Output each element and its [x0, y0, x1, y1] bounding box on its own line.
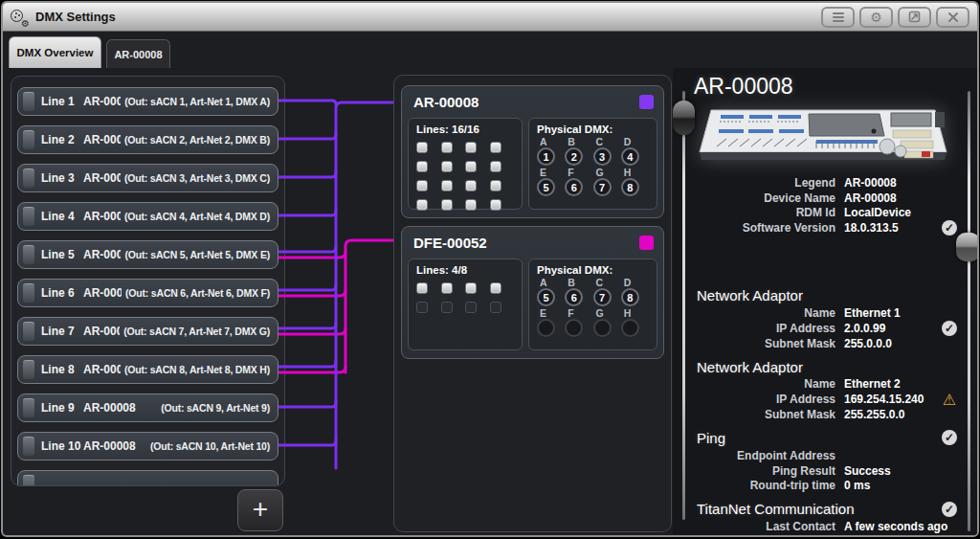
line-drag-handle[interactable]	[23, 360, 34, 379]
node-header: AR-00008	[402, 86, 663, 116]
line-drag-handle[interactable]	[23, 398, 34, 417]
resize-button[interactable]	[898, 7, 931, 28]
detail-row: Last ContactA few seconds ago	[673, 519, 979, 534]
menu-button[interactable]	[821, 7, 855, 28]
line-drag-handle[interactable]	[23, 437, 34, 456]
dmx-line-row[interactable]: Line 5 AR-00008 (Out: sACN 5, Art-Net 5,…	[17, 240, 278, 269]
status-warning-icon: ⚠	[942, 392, 957, 407]
node-physical-dmx-box: Physical DMX: ABCD1234EFGH5678	[528, 118, 657, 210]
line-led-on	[465, 180, 477, 191]
detail-row: NameEthernet 1	[673, 305, 979, 321]
tab-ar-00008[interactable]: AR-00008	[106, 39, 170, 68]
close-icon	[947, 11, 959, 23]
detail-row: Subnet Mask255.255.0.0	[673, 407, 979, 422]
line-output-info: (Out: sACN 3, Art-Net 3, DMX C)	[124, 172, 270, 184]
settings-button[interactable]: ⚙	[859, 7, 893, 28]
dmx-line-row[interactable]: Line 8 AR-00008 (Out: sACN 8, Art-Net 8,…	[17, 355, 278, 384]
dmx-port[interactable]: 1	[537, 147, 555, 166]
detail-label: Last Contact	[673, 520, 835, 533]
detail-row: NameEthernet 2	[673, 377, 979, 393]
section-title: Ping	[697, 430, 725, 446]
detail-row: RDM IdLocalDevice	[673, 206, 979, 221]
detail-row: LegendAR-00008	[673, 175, 979, 191]
dmx-line-row[interactable]	[17, 470, 278, 486]
dmx-line-row[interactable]: Line 10 AR-00008 (Out: sACN 10, Art-Net …	[17, 432, 278, 460]
dmx-port[interactable]	[593, 319, 612, 337]
dmx-port[interactable]: 7	[593, 288, 612, 306]
line-label: Line 2	[41, 133, 83, 146]
close-button[interactable]	[936, 7, 969, 28]
dmx-port[interactable]: 8	[621, 178, 639, 196]
line-drag-handle[interactable]	[23, 475, 34, 486]
node-lines-label: Lines: 4/8	[416, 264, 514, 276]
dmx-port[interactable]: 3	[593, 147, 612, 166]
line-label: Line 5	[41, 248, 83, 261]
detail-value: 255.255.0.0	[844, 408, 904, 421]
node-card[interactable]: DFE-00052 Lines: 4/8 Physical DMX: ABCD5…	[401, 226, 664, 359]
dmx-line-row[interactable]: Line 4 AR-00008 (Out: sACN 4, Art-Net 4,…	[17, 202, 278, 231]
detail-value: 2.0.0.99	[844, 322, 885, 335]
detail-value: LocalDevice	[844, 206, 911, 219]
dmx-port[interactable]: 6	[565, 178, 583, 196]
line-drag-handle[interactable]	[23, 168, 34, 188]
line-device-name: AR-00008	[83, 248, 121, 261]
dmx-port[interactable]	[621, 319, 639, 337]
dmx-line-row[interactable]: Line 9 AR-00008 (Out: sACN 9, Art-Net 9)	[17, 393, 278, 422]
detail-label: Subnet Mask	[673, 408, 835, 421]
dmx-line-row[interactable]: Line 1 AR-00008 (Out: sACN 1, Art-Net 1,…	[17, 87, 278, 116]
titlebar-buttons: ⚙	[821, 7, 969, 28]
line-led-on	[465, 199, 477, 211]
line-led-on	[490, 199, 501, 211]
dmx-port[interactable]: 6	[565, 288, 583, 306]
detail-value: 0 ms	[844, 479, 870, 492]
dmx-port[interactable]: 5	[537, 178, 555, 196]
dmx-line-row[interactable]: Line 6 AR-00008 (Out: sACN 6, Art-Net 6,…	[17, 279, 278, 307]
detail-row: Endpoint Address	[673, 448, 979, 463]
detail-value: A few seconds ago	[844, 520, 947, 533]
line-drag-handle[interactable]	[23, 283, 34, 303]
node-card[interactable]: AR-00008 Lines: 16/16 Physical DMX: ABCD…	[401, 85, 664, 218]
detail-scrollbar-right-thumb[interactable]	[956, 233, 979, 261]
titlebar: ⚙ DMX Settings ⚙	[3, 3, 977, 32]
detail-scrollbar-right[interactable]	[968, 91, 970, 531]
detail-label: Software Version	[673, 221, 835, 235]
detail-scrollbar-left-thumb[interactable]	[673, 101, 695, 135]
line-drag-handle[interactable]	[23, 92, 34, 111]
dmx-line-row[interactable]: Line 2 AR-00008 (Out: sACN 2, Art-Net 2,…	[17, 125, 278, 154]
detail-value: AR-00008	[844, 176, 897, 190]
port-letter-row: ABCD	[537, 136, 649, 147]
detail-value: Success	[844, 464, 891, 478]
dmx-line-row[interactable]: Line 3 AR-00008 (Out: sACN 3, Art-Net 3,…	[17, 164, 278, 192]
tab-dmx-overview[interactable]: DMX Overview	[9, 36, 101, 68]
line-label: Line 1	[41, 95, 83, 108]
detail-label: Endpoint Address	[673, 449, 835, 462]
dmx-port[interactable]: 7	[593, 178, 612, 196]
line-led-on	[465, 142, 477, 153]
dmx-port[interactable]	[565, 319, 583, 337]
line-drag-handle[interactable]	[23, 207, 34, 226]
lighting-console-image	[696, 104, 952, 177]
dmx-port[interactable]: 2	[565, 147, 583, 166]
detail-value: 18.0.313.5	[844, 221, 899, 235]
node-line-leds	[416, 142, 514, 211]
dmx-line-row[interactable]: Line 7 AR-00008 (Out: sACN 7, Art-Net 7,…	[17, 317, 278, 346]
line-drag-handle[interactable]	[23, 130, 34, 149]
line-led-on	[416, 282, 428, 294]
add-line-button[interactable]: +	[237, 489, 283, 531]
dmx-port[interactable]: 8	[621, 288, 639, 306]
detail-scrollbar-left[interactable]	[682, 91, 685, 520]
detail-value: AR-00008	[844, 191, 897, 205]
detail-row: Ping ResultSuccess	[673, 463, 979, 479]
dmx-port[interactable]	[537, 319, 555, 337]
dmx-port[interactable]: 5	[537, 288, 555, 306]
node-title: DFE-00052	[413, 235, 487, 251]
line-led-on	[490, 282, 501, 294]
line-led-on	[441, 161, 453, 172]
line-drag-handle[interactable]	[23, 245, 34, 264]
dmx-lines-panel: Line 1 AR-00008 (Out: sACN 1, Art-Net 1,…	[11, 76, 285, 486]
line-drag-handle[interactable]	[23, 322, 34, 341]
dmx-port[interactable]: 4	[621, 147, 639, 166]
line-label: Line 7	[41, 325, 83, 338]
line-led-on	[441, 199, 453, 211]
status-ok-icon: ✓	[942, 502, 957, 517]
